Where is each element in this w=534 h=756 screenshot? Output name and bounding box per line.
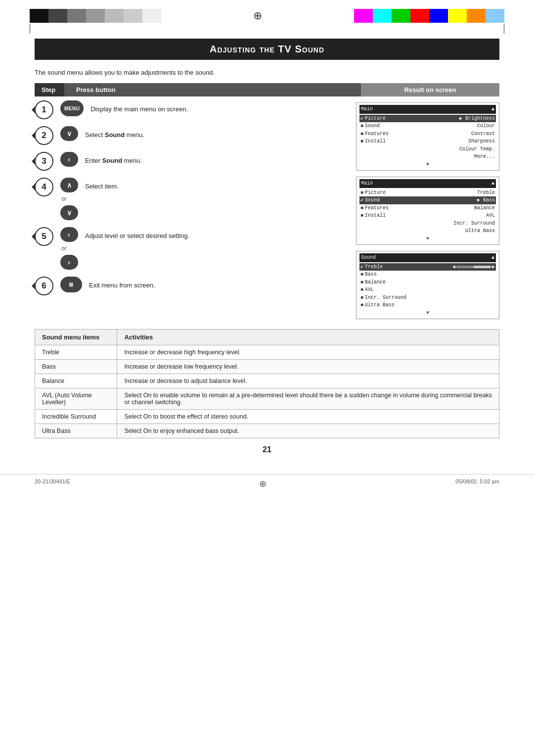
step-1-text: Display the main menu on screen.	[90, 100, 188, 114]
tv-screen-1: Main▲ ✔Picture▶ Brightness ■SoundColour …	[356, 102, 499, 171]
page-number: 21	[35, 445, 499, 454]
header-result: Result on screen	[361, 83, 499, 96]
step-row-1: 1 MENU Display the main menu on screen.	[35, 100, 346, 119]
sound-activity-surround: Select On to boost the effect of stereo …	[117, 410, 499, 424]
step-number-2: 2	[35, 126, 53, 145]
down-button-2[interactable]: ∨	[60, 126, 78, 141]
sound-activity-treble: Increase or decrease high frequency leve…	[117, 345, 499, 360]
osd-button[interactable]: ⊞	[60, 277, 82, 292]
down-button-4[interactable]: ∨	[60, 205, 78, 220]
table-row: AVL (Auto Volume Leveller) Select On to …	[35, 388, 499, 410]
menu-button[interactable]: MENU	[60, 100, 84, 116]
color-bars: ⊕	[0, 0, 534, 23]
step-header: Step Press button Result on screen	[35, 83, 499, 96]
sound-activity-avl: Select On to enable volume to remain at …	[117, 388, 499, 410]
main-content: Adjusting the TV Sound The sound menu al…	[0, 34, 534, 469]
footer: 20-21/30491/E ⊕ 05/08/02, 5:02 pm	[0, 474, 534, 493]
table-row: Incredible Surround Select On to boost t…	[35, 410, 499, 424]
step-4-buttons: ∧ or ∨	[60, 178, 78, 220]
step-number-3: 3	[35, 152, 53, 171]
footer-right: 05/08/02, 5:02 pm	[455, 478, 499, 489]
sound-activity-ultra: Select On to enjoy enhanced bass output.	[117, 424, 499, 438]
step-number-1: 1	[35, 100, 53, 119]
step-row-3: 3 › Enter Sound menu.	[35, 152, 346, 171]
table-header-activities: Activities	[117, 330, 499, 345]
left-button-5[interactable]: ‹	[60, 227, 78, 242]
step-number-5: 5	[35, 227, 53, 246]
sound-item-surround: Incredible Surround	[35, 410, 117, 424]
sound-activity-bass: Increase or decrease low frequency level…	[117, 360, 499, 374]
sound-item-treble: Treble	[35, 345, 117, 360]
table-row: Balance Increase or decrease to adjust b…	[35, 374, 499, 388]
step-3-text: Enter Sound menu.	[85, 152, 142, 166]
tv-screen-3: Sound▲ ✔Treble ◀▶ ■Bass ■Balance ■AVL	[356, 251, 499, 319]
page-title: Adjusting the TV Sound	[35, 39, 499, 60]
step-number-6: 6	[35, 277, 53, 295]
step-5-text: Adjust level or select desired setting.	[85, 227, 189, 241]
up-button-4[interactable]: ∧	[60, 178, 78, 192]
right-button-3[interactable]: ›	[60, 152, 78, 167]
header-press: Press button	[64, 83, 361, 96]
step-6-text: Exit menu from screen.	[89, 277, 155, 290]
sound-item-balance: Balance	[35, 374, 117, 388]
tv-screen-2: Main▲ ■PictureTreble ✔Sound▶ Bass ■Featu…	[356, 177, 499, 245]
sound-item-avl: AVL (Auto Volume Leveller)	[35, 388, 117, 410]
steps-left: 1 MENU Display the main menu on screen. …	[35, 100, 356, 319]
step-2-text: Select Sound menu.	[85, 126, 144, 140]
color-bar-right	[354, 9, 504, 23]
tv-screens: Main▲ ✔Picture▶ Brightness ■SoundColour …	[356, 100, 499, 319]
table-row: Ultra Bass Select On to enjoy enhanced b…	[35, 424, 499, 438]
table-row: Treble Increase or decrease high frequen…	[35, 345, 499, 360]
right-button-5[interactable]: ›	[60, 255, 78, 270]
step-row-6: 6 ⊞ Exit menu from screen.	[35, 277, 346, 295]
or-label-4: or	[61, 195, 67, 202]
step-4-text: Select item.	[85, 178, 119, 191]
top-dividers	[0, 24, 534, 34]
header-step: Step	[35, 83, 64, 96]
crosshair-bottom: ⊕	[259, 478, 267, 489]
step-number-4: 4	[35, 178, 53, 196]
step-row-4: 4 ∧ or ∨ Select item.	[35, 178, 346, 220]
sound-item-ultra: Ultra Bass	[35, 424, 117, 438]
or-label-5: or	[61, 245, 67, 252]
sound-table: Sound menu items Activities Treble Incre…	[35, 329, 499, 438]
step-5-buttons: ‹ or ›	[60, 227, 78, 270]
step-row-2: 2 ∨ Select Sound menu.	[35, 126, 346, 145]
color-bar-left	[30, 9, 161, 23]
steps-area: 1 MENU Display the main menu on screen. …	[35, 100, 499, 319]
table-row: Bass Increase or decrease low frequency …	[35, 360, 499, 374]
sound-item-bass: Bass	[35, 360, 117, 374]
table-header-items: Sound menu items	[35, 330, 117, 345]
footer-left: 20-21/30491/E	[35, 478, 70, 489]
step-row-5: 5 ‹ or › Adjust level or select desired …	[35, 227, 346, 270]
intro-text: The sound menu allows you to make adjust…	[35, 69, 499, 76]
crosshair-top: ⊕	[245, 9, 270, 22]
sound-activity-balance: Increase or decrease to adjust balance l…	[117, 374, 499, 388]
